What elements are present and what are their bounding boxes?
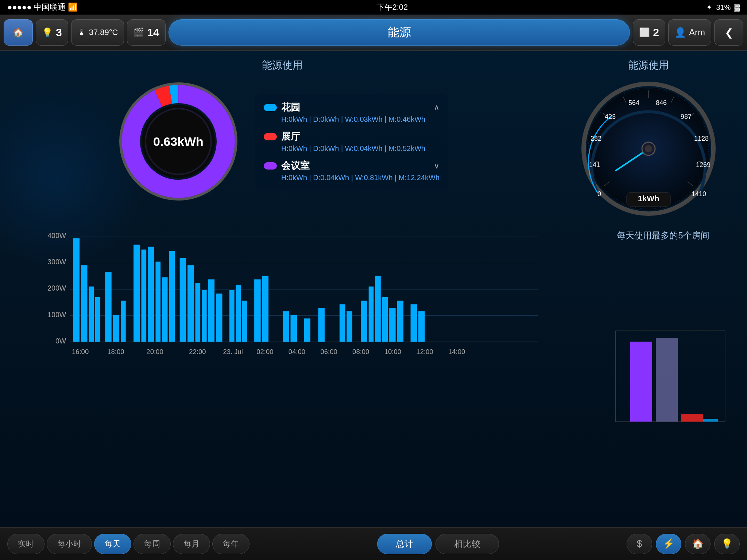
back-button[interactable]: ❮ [714, 19, 743, 46]
svg-rect-80 [389, 308, 396, 342]
battery-icon: ▓ [734, 3, 740, 12]
svg-rect-73 [318, 308, 325, 342]
svg-rect-72 [304, 318, 310, 342]
svg-rect-70 [283, 311, 289, 342]
svg-rect-78 [375, 276, 381, 342]
tab-daily[interactable]: 每天 [94, 534, 131, 554]
lightning-icon: ⚡ [663, 538, 674, 549]
tab-total[interactable]: 总计 [377, 534, 432, 554]
main-content: 能源使用 [0, 51, 747, 527]
tab-weekly-label: 每周 [144, 538, 160, 549]
home-button[interactable]: 🏠 [4, 19, 33, 46]
tab-compare-label: 相比较 [454, 538, 480, 550]
legend-header-1: 展厅 [264, 130, 440, 143]
tab-hourly[interactable]: 每小时 [47, 534, 92, 554]
svg-rect-61 [196, 283, 201, 342]
donut-value-text: 0.63kWh [153, 135, 204, 148]
svg-rect-77 [369, 287, 374, 342]
bar-chart-container: 400W 300W 200W 100W 0W [15, 230, 579, 376]
svg-rect-54 [142, 250, 147, 342]
tab-realtime[interactable]: 实时 [7, 534, 44, 554]
left-chart-area: 0.63kWh 花园 ∧ H:0kWh | D:0kWh | W:0.03kWh… [116, 79, 448, 203]
left-panel-title: 能源使用 [262, 58, 303, 72]
arm-button[interactable]: 👤 Arm [668, 19, 711, 46]
svg-rect-82 [411, 304, 417, 342]
tab-yearly[interactable]: 每年 [212, 534, 249, 554]
chevron-up-icon-0[interactable]: ∧ [434, 103, 440, 112]
temp-icon: 🌡 [77, 27, 86, 38]
svg-rect-76 [361, 301, 367, 342]
back-icon: ❮ [725, 27, 733, 39]
svg-text:100W: 100W [47, 311, 66, 319]
legend-name-0: 花园 [281, 101, 300, 114]
tab-bulb[interactable]: 💡 [714, 534, 740, 554]
tab-realtime-label: 实时 [18, 538, 34, 549]
svg-rect-46 [73, 238, 80, 342]
svg-rect-66 [236, 285, 241, 342]
media-button[interactable]: 🎬 14 [127, 19, 165, 46]
svg-text:20:00: 20:00 [146, 348, 163, 355]
svg-rect-49 [95, 297, 100, 342]
svg-text:12:00: 12:00 [416, 348, 433, 355]
temp-value: 37.89°C [89, 28, 118, 37]
legend-color-1 [264, 133, 277, 140]
svg-rect-67 [242, 301, 247, 342]
energy-center-button[interactable]: 能源 [169, 19, 630, 46]
nav-bar: 🏠 💡 3 🌡 37.89°C 🎬 14 能源 ⬜ 2 👤 Arm ❮ [0, 15, 747, 51]
security-button[interactable]: ⬜ 2 [633, 19, 665, 46]
battery-label: 31% [716, 3, 731, 12]
temperature-button[interactable]: 🌡 37.89°C [71, 19, 124, 46]
svg-rect-64 [216, 293, 222, 342]
lights-button[interactable]: 💡 3 [36, 19, 68, 46]
tab-weekly[interactable]: 每周 [133, 534, 171, 554]
home-icon: 🏠 [13, 27, 24, 38]
tab-lightning[interactable]: ⚡ [656, 534, 681, 554]
svg-text:200W: 200W [47, 284, 66, 292]
svg-text:18:00: 18:00 [107, 348, 124, 355]
legend-item-0: 花园 ∧ H:0kWh | D:0kWh | W:0.03kWh | M:0.4… [264, 101, 440, 124]
svg-rect-55 [148, 247, 154, 342]
svg-text:1128: 1128 [694, 135, 709, 142]
svg-text:10:00: 10:00 [384, 348, 401, 355]
svg-rect-83 [418, 311, 425, 342]
svg-rect-74 [340, 304, 345, 342]
tab-home-icon[interactable]: 🏠 [685, 534, 711, 554]
svg-rect-75 [347, 311, 352, 342]
legend: 花园 ∧ H:0kWh | D:0kWh | W:0.03kWh | M:0.4… [255, 94, 448, 189]
right-panel-title: 能源使用 [628, 58, 669, 72]
svg-rect-102 [703, 419, 718, 422]
tab-dollar[interactable]: $ [627, 534, 652, 554]
tab-monthly-label: 每月 [183, 538, 200, 549]
legend-color-2 [264, 162, 277, 170]
top-section: 能源使用 [15, 58, 732, 226]
svg-text:1kWh: 1kWh [638, 194, 659, 203]
svg-rect-81 [397, 301, 404, 342]
svg-rect-69 [262, 276, 269, 342]
svg-rect-59 [180, 258, 186, 342]
svg-text:141: 141 [589, 161, 600, 168]
svg-text:08:00: 08:00 [352, 348, 369, 355]
chevron-down-icon-2[interactable]: ∨ [434, 161, 440, 171]
dollar-icon: $ [637, 538, 642, 549]
tab-compare[interactable]: 相比较 [436, 534, 499, 554]
bottom-center-tabs: 总计 相比较 [377, 534, 499, 554]
legend-sub-0: H:0kWh | D:0kWh | W:0.03kWh | M:0.46kWh [281, 115, 440, 124]
tab-monthly[interactable]: 每月 [173, 534, 210, 554]
bulb-icon: 💡 [721, 538, 733, 549]
light-icon: 💡 [42, 27, 53, 38]
left-panel: 能源使用 [15, 58, 550, 226]
bottom-right-tabs: $ ⚡ 🏠 💡 [627, 534, 740, 554]
svg-rect-79 [382, 297, 388, 342]
status-time: 下午2:02 [376, 2, 408, 13]
svg-rect-53 [133, 245, 140, 342]
bluetooth-icon: ✦ [706, 3, 712, 12]
donut-chart: 0.63kWh [116, 79, 240, 203]
svg-text:14:00: 14:00 [448, 348, 465, 355]
svg-text:0W: 0W [55, 337, 66, 345]
svg-rect-47 [81, 265, 88, 342]
svg-rect-71 [290, 315, 297, 342]
bar-chart-svg: 400W 300W 200W 100W 0W [15, 230, 579, 365]
svg-rect-62 [202, 290, 207, 342]
donut-center-value: 0.63kWh [153, 135, 204, 149]
legend-color-0 [264, 104, 277, 111]
